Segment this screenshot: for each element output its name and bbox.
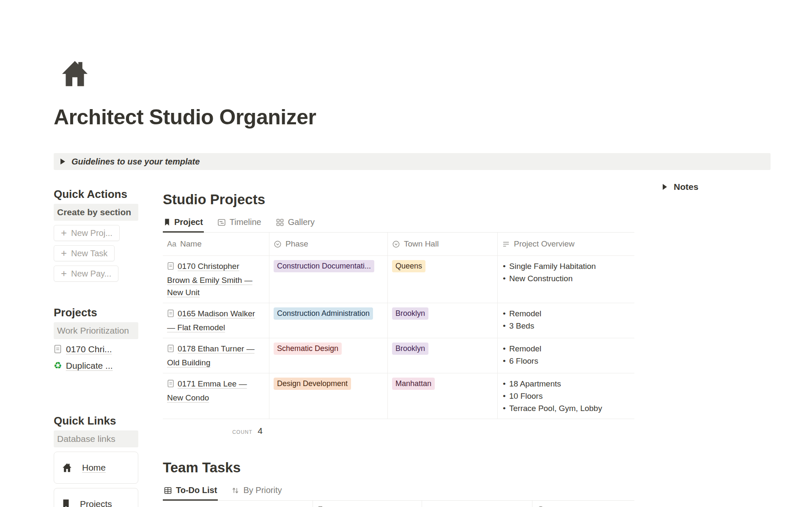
projects-link-card[interactable]: Projects bbox=[54, 488, 138, 507]
table-row: 0165 Madison Walker — Flat Remodel Const… bbox=[163, 303, 634, 338]
overview-bullet: 6 Floors bbox=[502, 355, 629, 367]
quick-actions-heading: Quick Actions bbox=[54, 188, 138, 200]
team-tasks-section: Team Tasks To-Do List By Priority bbox=[163, 459, 634, 507]
select-icon bbox=[392, 240, 400, 248]
tab-gallery[interactable]: Gallery bbox=[275, 216, 315, 233]
new-task-button[interactable]: + New Task bbox=[54, 245, 115, 261]
column-label: Project Overview bbox=[514, 239, 575, 249]
tab-label: By Priority bbox=[243, 485, 282, 495]
page-icon bbox=[54, 345, 62, 354]
button-label: New Task bbox=[71, 249, 107, 258]
studio-projects-view-tabs: Project Timeline Gallery bbox=[163, 216, 634, 233]
town-hall-tag[interactable]: Brooklyn bbox=[392, 343, 428, 355]
table-icon bbox=[164, 486, 172, 495]
notes-toggle[interactable]: Notes bbox=[663, 182, 698, 192]
column-header-town-hall[interactable]: Town Hall bbox=[388, 233, 498, 255]
town-hall-cell: Queens bbox=[388, 256, 498, 303]
count-value: 4 bbox=[258, 426, 263, 436]
count-summary[interactable]: COUNT 4 bbox=[163, 426, 269, 436]
team-tasks-table-header: Name Project Priority Sta bbox=[163, 501, 634, 507]
page-title: Architect Studio Organizer bbox=[54, 105, 316, 129]
overview-bullet: Remodel bbox=[502, 307, 629, 320]
team-tasks-heading: Team Tasks bbox=[163, 459, 634, 476]
column-header-phase[interactable]: Phase bbox=[269, 233, 388, 255]
recycle-icon: ♻ bbox=[54, 361, 62, 370]
column-header-name[interactable]: Name bbox=[163, 233, 269, 255]
page-link-label: Duplicate ... bbox=[66, 359, 113, 372]
tab-by-priority[interactable]: By Priority bbox=[230, 484, 283, 501]
quick-links-heading: Quick Links bbox=[54, 414, 138, 427]
project-page-link[interactable]: 0170 Christopher Brown & Emily Smith — N… bbox=[167, 262, 252, 297]
tab-project[interactable]: Project bbox=[163, 216, 204, 233]
toggle-triangle-icon bbox=[663, 184, 667, 190]
page-icon bbox=[167, 344, 175, 353]
new-project-button[interactable]: + New Proj... bbox=[54, 225, 120, 241]
column-label: Phase bbox=[285, 239, 308, 249]
column-header-state[interactable]: State bbox=[532, 501, 634, 507]
column-header-priority[interactable]: Priority bbox=[422, 501, 532, 507]
project-overview-cell: Remodel 6 Floors bbox=[498, 338, 634, 373]
quick-actions-section: Quick Actions Create by section + New Pr… bbox=[54, 188, 138, 282]
name-cell: 0178 Ethan Turner — Old Building bbox=[163, 338, 269, 373]
town-hall-cell: Brooklyn bbox=[388, 303, 498, 338]
studio-projects-heading: Studio Projects bbox=[163, 191, 634, 208]
tab-timeline[interactable]: Timeline bbox=[217, 216, 262, 233]
table-row: 0178 Ethan Turner — Old Building Schemat… bbox=[163, 338, 634, 373]
database-links-label: Database links bbox=[54, 430, 138, 447]
column-header-project[interactable]: Project bbox=[313, 501, 422, 507]
overview-bullet: New Construction bbox=[502, 272, 629, 285]
town-hall-tag[interactable]: Brooklyn bbox=[392, 307, 428, 320]
project-overview-cell: Remodel 3 Beds bbox=[498, 303, 634, 338]
home-icon[interactable] bbox=[58, 58, 92, 90]
tab-to-do-list[interactable]: To-Do List bbox=[163, 484, 218, 501]
project-page-link[interactable]: 0171 Emma Lee — New Condo bbox=[167, 379, 247, 402]
table-row: 0171 Emma Lee — New Condo Design Develop… bbox=[163, 373, 634, 419]
quick-links-section: Quick Links Database links Home Projects bbox=[54, 414, 138, 507]
phase-cell: Construction Documentati... bbox=[269, 256, 388, 303]
bookmark-icon bbox=[164, 218, 170, 226]
plus-icon: + bbox=[61, 249, 67, 258]
town-hall-tag[interactable]: Queens bbox=[392, 260, 425, 272]
guidelines-toggle[interactable]: Guidelines to use your template bbox=[54, 153, 771, 170]
project-page-link[interactable]: 0165 Madison Walker — Flat Remodel bbox=[167, 309, 255, 332]
overview-bullet: 3 Beds bbox=[502, 320, 629, 332]
phase-cell: Schematic Design bbox=[269, 338, 388, 373]
overview-bullet: 18 Apartments bbox=[502, 378, 629, 390]
town-hall-tag[interactable]: Manhattan bbox=[392, 378, 435, 390]
page-icon bbox=[167, 262, 175, 271]
overview-bullet: Terrace Pool, Gym, Lobby bbox=[502, 402, 629, 414]
phase-tag[interactable]: Design Development bbox=[274, 378, 351, 390]
select-icon bbox=[274, 240, 282, 248]
timeline-icon bbox=[217, 218, 226, 227]
notes-label: Notes bbox=[674, 182, 698, 192]
phase-cell: Design Development bbox=[269, 373, 388, 419]
studio-projects-table-header: Name Phase Town Hall bbox=[163, 233, 634, 256]
home-link-card[interactable]: Home bbox=[54, 452, 138, 484]
sidebar-item-0170-project[interactable]: 0170 Chri... bbox=[54, 343, 112, 356]
plus-icon: + bbox=[61, 269, 67, 278]
button-label: New Pay... bbox=[71, 269, 111, 279]
project-page-link[interactable]: 0178 Ethan Turner — Old Building bbox=[167, 344, 255, 367]
name-cell: 0170 Christopher Brown & Emily Smith — N… bbox=[163, 256, 269, 303]
phase-tag[interactable]: Construction Administration bbox=[274, 307, 373, 320]
guidelines-label: Guidelines to use your template bbox=[71, 157, 200, 167]
name-cell: 0165 Madison Walker — Flat Remodel bbox=[163, 303, 269, 338]
phase-tag[interactable]: Construction Documentati... bbox=[274, 260, 374, 272]
sidebar-item-duplicate[interactable]: ♻ Duplicate ... bbox=[54, 359, 113, 372]
text-property-icon bbox=[167, 239, 176, 249]
overview-bullet: 10 Floors bbox=[502, 390, 629, 402]
list-icon bbox=[502, 240, 510, 248]
projects-section: Projects Work Prioritization 0170 Chri..… bbox=[54, 306, 138, 372]
create-by-section-label: Create by section bbox=[54, 204, 138, 221]
new-payment-button[interactable]: + New Pay... bbox=[54, 266, 118, 282]
column-header-name[interactable]: Name bbox=[163, 501, 313, 507]
column-label: Name bbox=[180, 239, 202, 249]
tab-label: Project bbox=[174, 217, 203, 227]
project-overview-cell: 18 Apartments 10 Floors Terrace Pool, Gy… bbox=[498, 373, 634, 419]
column-header-project-overview[interactable]: Project Overview bbox=[498, 233, 634, 255]
studio-projects-section: Studio Projects Project Timeline bbox=[163, 191, 634, 436]
phase-tag[interactable]: Schematic Design bbox=[274, 343, 342, 355]
projects-heading: Projects bbox=[54, 306, 138, 319]
project-overview-cell: Single Family Habitation New Constructio… bbox=[498, 256, 634, 303]
town-hall-cell: Brooklyn bbox=[388, 338, 498, 373]
